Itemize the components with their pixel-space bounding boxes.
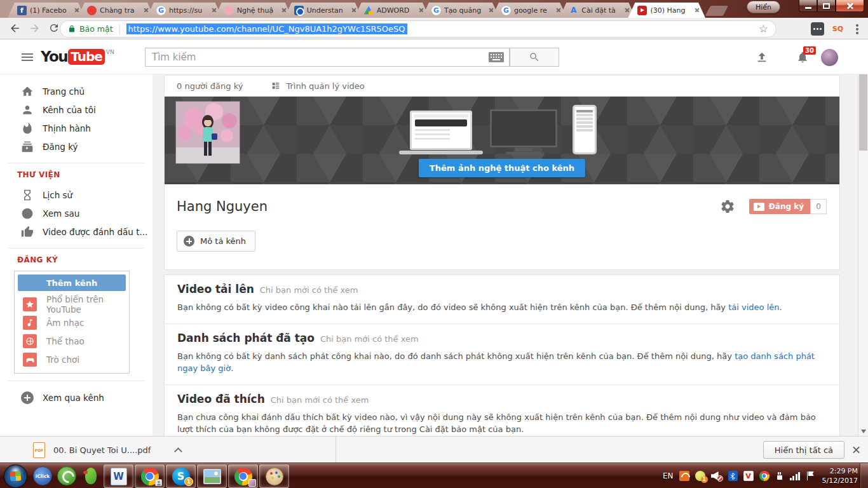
tab-understand[interactable]: Understan	[285, 3, 362, 18]
taskbar-coccoc[interactable]	[55, 463, 79, 488]
tab-chang-trai[interactable]: Chàng tra	[78, 3, 154, 18]
taskbar-skype[interactable]: S1	[166, 464, 196, 488]
downloaded-file[interactable]: PDF 00. Bi Quyet Toi U....pdf	[33, 442, 181, 458]
channel-avatar[interactable]	[176, 102, 240, 163]
network-signal-icon[interactable]	[790, 471, 801, 481]
taskbar-paint[interactable]	[259, 464, 289, 488]
skype-notification-badge: 1	[184, 477, 193, 486]
account-avatar[interactable]	[821, 49, 838, 66]
add-channel-button[interactable]: Thêm kênh	[18, 274, 126, 291]
show-all-downloads-button[interactable]: Hiển thị tất cả	[763, 441, 844, 459]
section-visibility-note: Chỉ bạn mới có thể xem	[271, 395, 369, 405]
update-icon[interactable]: 1	[695, 471, 705, 481]
home-icon	[21, 85, 34, 98]
subscribe-area: Đăng ký 0	[749, 199, 827, 214]
taskbar-word[interactable]: W	[104, 464, 133, 488]
browse-channels[interactable]: Xem qua kênh	[0, 388, 153, 407]
sidebar-item-my-channel[interactable]: Kênh của tôi	[0, 100, 153, 119]
bookmark-star-icon[interactable]: ☆	[759, 24, 768, 34]
sidebar-item-music[interactable]: Âm nhạc	[15, 313, 129, 332]
show-desktop-button[interactable]	[860, 463, 868, 488]
search-input[interactable]	[146, 51, 489, 63]
hamburger-menu-icon[interactable]	[22, 53, 33, 55]
volume-muted-icon[interactable]	[711, 471, 722, 481]
youtube-header: You Tube VN 30	[0, 39, 868, 74]
video-manager-link[interactable]: Trình quản lý video	[271, 81, 364, 91]
tv-illustration	[490, 109, 557, 154]
start-button[interactable]	[4, 464, 27, 488]
hourglass-icon	[21, 189, 34, 201]
address-bar[interactable]: Bảo mật https://www.youtube.com/channel/…	[60, 20, 776, 37]
youtube-logo[interactable]: You Tube VN	[41, 49, 114, 65]
url-text[interactable]: https://www.youtube.com/channel/UC_Ngv8U…	[126, 24, 407, 34]
taskbar-iclick[interactable]: iClick	[31, 463, 55, 488]
play-icon	[754, 203, 764, 211]
sidebar-item-watch-later[interactable]: Xem sau	[0, 204, 153, 222]
tab-nghe-thuat[interactable]: Nghệ thuậ	[215, 3, 292, 18]
back-button[interactable]	[9, 22, 21, 34]
tab-close-icon[interactable]	[693, 6, 702, 15]
unikey-icon[interactable]	[679, 471, 689, 481]
sidebar-item-popular[interactable]: Phổ biến trên YouTube	[15, 295, 129, 313]
gear-icon[interactable]	[720, 199, 735, 214]
sidebar-item-subscriptions[interactable]: Đăng ký	[0, 137, 153, 156]
upload-video-link[interactable]: tải video lên	[728, 302, 779, 312]
add-circle-icon	[21, 391, 34, 404]
hien-overlay-button[interactable]: Hiển	[747, 1, 780, 13]
action-center-flag-icon[interactable]	[806, 471, 815, 481]
channel-description-button[interactable]: Mô tả kênh	[177, 231, 255, 252]
paint-palette-icon	[266, 468, 283, 485]
antivirus-icon[interactable]: V	[743, 471, 754, 481]
tab-google-re[interactable]: Ggoogle re	[492, 3, 567, 18]
sidebar-item-liked-videos[interactable]: Video được đánh dấu t...	[0, 222, 153, 241]
tab-facebook[interactable]: f(1) Facebo	[8, 3, 85, 18]
facebook-icon: f	[17, 6, 27, 15]
power-plug-icon[interactable]	[775, 471, 784, 481]
tab-youtube-active[interactable]: (30) Hang	[628, 3, 705, 18]
sidebar-item-history[interactable]: Lịch sử	[0, 186, 153, 204]
extension-area: SQ	[811, 20, 863, 37]
forward-button[interactable]	[29, 22, 41, 34]
taskbar-chrome-profile[interactable]	[228, 464, 258, 488]
browser-menu-icon[interactable]	[856, 28, 858, 30]
lock-icon	[68, 24, 76, 34]
sidebar-item-home[interactable]: Trang chủ	[0, 82, 153, 100]
sidebar-item-trending[interactable]: Thịnh hành	[0, 119, 153, 137]
word-icon: W	[111, 468, 127, 485]
sq-extension-icon[interactable]: SQ	[832, 25, 843, 33]
subscribe-button[interactable]: Đăng ký	[749, 199, 810, 214]
chevron-up-icon[interactable]	[175, 447, 183, 456]
taskbar-chrome[interactable]	[135, 464, 165, 488]
taskbar-clock[interactable]: 2:29 PM 5/12/2017	[822, 466, 858, 486]
tab-adwords[interactable]: ADWORD	[355, 3, 430, 18]
minimize-button[interactable]	[799, 0, 817, 12]
pdf-icon: PDF	[33, 442, 45, 458]
bluetooth-icon[interactable]	[728, 471, 738, 481]
tab-cai-dat[interactable]: ACài đặt tà	[559, 3, 635, 18]
extension-dots-icon[interactable]	[811, 22, 824, 36]
upload-icon[interactable]	[755, 50, 769, 64]
maximize-button[interactable]	[817, 0, 836, 12]
language-indicator[interactable]: EN	[663, 471, 674, 480]
new-tab-button[interactable]	[705, 6, 729, 16]
channel-toolbar: 0 người đăng ký Trình quản lý video	[165, 76, 839, 97]
close-download-bar-icon[interactable]	[851, 445, 861, 454]
sidebar-item-sports[interactable]: Thể thao	[15, 332, 129, 350]
tab-support[interactable]: Ghttps://su	[147, 3, 222, 18]
maximize-icon	[823, 3, 830, 9]
sidebar-item-gaming[interactable]: Trò chơi	[15, 350, 129, 369]
windows-taskbar: iClick W S1 EN 1 V 2:29 PM 5/12/2017	[0, 463, 868, 488]
add-channel-art-button[interactable]: Thêm ảnh nghệ thuật cho kênh	[419, 159, 585, 177]
reload-button[interactable]	[48, 22, 60, 34]
scroll-down-arrow[interactable]	[861, 430, 866, 433]
close-button[interactable]	[836, 0, 864, 12]
taskbar-photo-viewer[interactable]	[197, 464, 227, 488]
add-circle-icon	[184, 236, 194, 247]
chrome-tray-icon[interactable]	[759, 471, 770, 481]
keyboard-icon[interactable]	[489, 52, 504, 62]
taskbar-parrot-app[interactable]	[79, 463, 103, 488]
tab-tao-quang-cao[interactable]: GTạo quảng	[422, 3, 499, 18]
page-scrollbar[interactable]	[858, 39, 868, 436]
search-button[interactable]	[510, 48, 559, 67]
notifications-bell[interactable]: 30	[796, 51, 809, 64]
